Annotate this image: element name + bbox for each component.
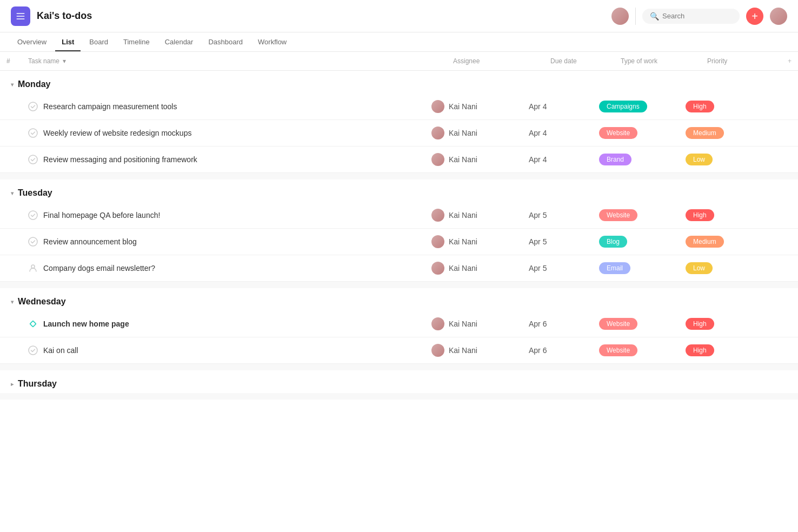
task-name-text: Review announcement blog xyxy=(43,237,137,246)
check-circle-icon xyxy=(28,102,38,111)
task-type-of-work[interactable]: Website xyxy=(593,203,679,228)
task-name-cell[interactable]: Final homepage QA before launch! xyxy=(22,204,425,227)
task-type-of-work[interactable]: Blog xyxy=(593,229,679,254)
section-divider xyxy=(0,364,798,370)
task-name-text: Company dogs email newsletter? xyxy=(43,264,155,272)
task-priority[interactable]: High xyxy=(679,203,776,228)
task-name-cell[interactable]: Kai on call xyxy=(22,339,425,362)
section-label-thursday: Thursday xyxy=(18,379,57,389)
task-name-cell[interactable]: Weekly review of website redesign mockup… xyxy=(22,122,425,144)
task-name-text: Final homepage QA before launch! xyxy=(43,211,160,220)
section-chevron-thursday: ▸ xyxy=(11,381,14,387)
task-type-of-work[interactable]: Email xyxy=(593,256,679,281)
task-priority[interactable]: Low xyxy=(679,256,776,281)
task-extra xyxy=(776,235,798,248)
task-extra xyxy=(776,100,798,113)
table-row: Final homepage QA before launch! Kai Nan… xyxy=(0,202,798,229)
task-assignee: Kai Nani xyxy=(425,229,522,255)
svg-point-7 xyxy=(29,237,37,246)
section-chevron-tuesday: ▾ xyxy=(11,190,14,196)
svg-point-8 xyxy=(31,265,35,268)
task-name-cell[interactable]: Research campaign measurement tools xyxy=(22,95,425,118)
task-assignee: Kai Nani xyxy=(425,202,522,228)
task-priority[interactable]: Medium xyxy=(679,121,776,145)
nav-dashboard[interactable]: Dashboard xyxy=(202,32,249,51)
nav-list[interactable]: List xyxy=(55,32,81,51)
task-num xyxy=(0,235,22,248)
nav-workflow[interactable]: Workflow xyxy=(251,32,293,51)
task-type-of-work[interactable]: Website xyxy=(593,338,679,363)
table-row: Review messaging and positioning framewo… xyxy=(0,147,798,173)
task-priority[interactable]: High xyxy=(679,311,776,336)
assignee-name: Kai Nani xyxy=(449,211,477,220)
search-box[interactable]: 🔍 xyxy=(642,9,740,24)
section-label-tuesday: Tuesday xyxy=(18,188,52,198)
app-icon xyxy=(11,6,30,26)
table-row: Review announcement blog Kai Nani Apr 5 … xyxy=(0,229,798,255)
col-header-num: # xyxy=(0,52,22,70)
task-type-of-work[interactable]: Website xyxy=(593,121,679,145)
header-right: 🔍 + xyxy=(611,8,787,25)
task-name-cell[interactable]: Review announcement blog xyxy=(22,230,425,253)
task-priority[interactable]: High xyxy=(679,338,776,363)
task-name-cell[interactable]: Review messaging and positioning framewo… xyxy=(22,148,425,171)
add-button[interactable]: + xyxy=(746,8,763,25)
task-type-of-work[interactable]: Brand xyxy=(593,147,679,172)
menu-icon xyxy=(15,11,26,22)
task-type-of-work[interactable]: Website xyxy=(593,311,679,336)
search-input[interactable] xyxy=(662,12,727,20)
section-divider xyxy=(0,393,798,400)
section-divider xyxy=(0,173,798,179)
table-row: Research campaign measurement tools Kai … xyxy=(0,94,798,120)
task-type-of-work[interactable]: Campaigns xyxy=(593,94,679,119)
type-of-work-badge: Website xyxy=(599,209,637,221)
col-header-duedate: Due date xyxy=(544,52,614,70)
priority-badge: Medium xyxy=(686,236,724,248)
task-extra xyxy=(776,153,798,166)
task-name-cell[interactable]: Launch new home page xyxy=(22,312,425,335)
nav-timeline[interactable]: Timeline xyxy=(117,32,156,51)
svg-point-4 xyxy=(29,129,37,137)
svg-point-3 xyxy=(29,102,37,111)
type-of-work-badge: Campaigns xyxy=(599,101,647,112)
type-of-work-badge: Website xyxy=(599,318,637,330)
table-header: # Task name ▾ Assignee Due date Type of … xyxy=(0,52,798,71)
task-num xyxy=(0,262,22,275)
task-due-date: Apr 4 xyxy=(522,122,593,144)
task-assignee: Kai Nani xyxy=(425,120,522,146)
nav-board[interactable]: Board xyxy=(83,32,115,51)
priority-badge: High xyxy=(686,101,714,112)
col-header-task: Task name ▾ xyxy=(22,52,447,70)
user-avatar-right[interactable] xyxy=(770,8,787,25)
nav-calendar[interactable]: Calendar xyxy=(158,32,200,51)
type-of-work-badge: Website xyxy=(599,344,637,356)
divider xyxy=(635,8,636,25)
section-header-wednesday[interactable]: ▾ Wednesday xyxy=(0,288,798,311)
task-name-cell[interactable]: Company dogs email newsletter? xyxy=(22,257,425,280)
section-header-tuesday[interactable]: ▾ Tuesday xyxy=(0,179,798,202)
nav-overview[interactable]: Overview xyxy=(11,32,53,51)
task-num xyxy=(0,100,22,113)
task-priority[interactable]: High xyxy=(679,94,776,119)
section-tuesday: ▾ Tuesday Final homepage QA before launc… xyxy=(0,179,798,288)
section-header-thursday[interactable]: ▸ Thursday xyxy=(0,370,798,393)
svg-rect-0 xyxy=(17,13,25,14)
section-header-monday[interactable]: ▾ Monday xyxy=(0,71,798,94)
section-divider xyxy=(0,282,798,288)
section-monday: ▾ Monday Research campaign measurement t… xyxy=(0,71,798,179)
priority-badge: Low xyxy=(686,262,713,274)
user-avatar-left[interactable] xyxy=(611,8,629,25)
check-circle-icon xyxy=(28,237,38,247)
task-assignee: Kai Nani xyxy=(425,147,522,172)
assignee-name: Kai Nani xyxy=(449,320,477,328)
task-num xyxy=(0,153,22,166)
assignee-name: Kai Nani xyxy=(449,346,477,355)
task-priority[interactable]: Low xyxy=(679,147,776,172)
assignee-name: Kai Nani xyxy=(449,237,477,246)
priority-badge: Medium xyxy=(686,127,724,139)
task-num xyxy=(0,209,22,222)
task-priority[interactable]: Medium xyxy=(679,229,776,254)
task-col-chevron[interactable]: ▾ xyxy=(63,57,66,65)
add-column-button[interactable]: + xyxy=(788,57,792,65)
task-due-date: Apr 4 xyxy=(522,96,593,117)
